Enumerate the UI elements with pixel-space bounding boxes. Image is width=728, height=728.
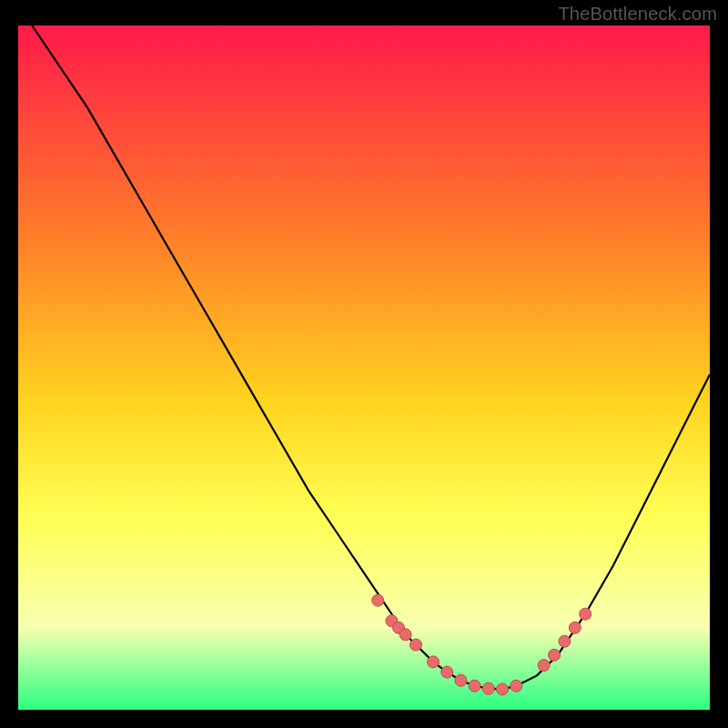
watermark-label: TheBottleneck.com: [558, 4, 717, 25]
bottleneck-chart: [18, 25, 710, 710]
highlight-dot: [580, 608, 592, 620]
highlight-dot: [559, 635, 571, 647]
highlight-dot: [549, 649, 561, 661]
highlight-dot: [399, 629, 411, 641]
highlight-dot: [428, 656, 440, 668]
highlight-dot: [511, 680, 522, 692]
highlight-dot: [538, 660, 550, 672]
highlight-dot: [410, 639, 422, 651]
highlight-dot: [469, 680, 480, 692]
highlight-dot: [372, 594, 384, 606]
chart-frame: [18, 25, 710, 710]
highlight-dot: [455, 674, 467, 686]
highlight-dot: [441, 666, 453, 678]
gradient-background: [18, 25, 710, 710]
highlight-dot: [482, 682, 494, 694]
highlight-dot: [569, 622, 581, 633]
highlight-dot: [497, 683, 509, 695]
